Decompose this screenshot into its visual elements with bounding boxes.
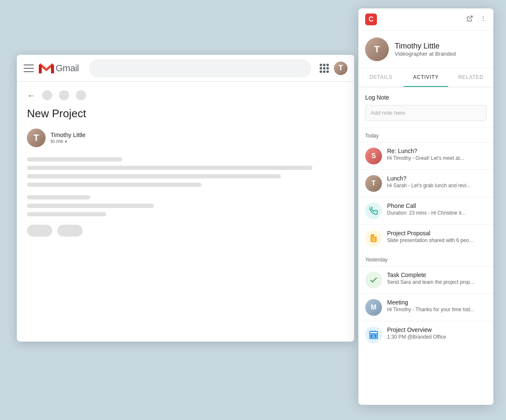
activity-desc-phone: Duration: 23 mins - Hi Christine it... — [387, 210, 466, 216]
action-circle-1 — [42, 90, 52, 100]
svg-rect-0 — [39, 65, 42, 73]
reply-button-skeleton — [27, 225, 52, 237]
forward-button-skeleton — [57, 225, 83, 237]
activity-text-meeting: Meeting Hi Timothy - Thanks for your tim… — [387, 299, 474, 312]
sender-info: Timothy Little to me ▾ — [51, 132, 86, 144]
action-circle-3 — [76, 90, 86, 100]
gmail-toolbar: Gmail T — [17, 55, 354, 82]
svg-point-3 — [483, 16, 484, 17]
activity-item-task-complete[interactable]: Task Complete Send Sara and team the pro… — [358, 266, 493, 293]
sender-to: to me ▾ — [51, 138, 86, 144]
activity-desc-project-overview: 1:30 PM @Branded Office — [387, 334, 446, 340]
activity-item-phone[interactable]: Phone Call Duration: 23 mins - Hi Christ… — [358, 197, 493, 224]
activity-title-lunch: Lunch? — [387, 175, 471, 182]
crm-contact-title: Videographer at Branded — [395, 51, 456, 57]
tab-related[interactable]: RELATED — [448, 68, 493, 87]
activity-desc-lunch: Hi Sarah - Let's grab lunch and revi... — [387, 183, 471, 188]
apps-icon[interactable] — [320, 64, 329, 73]
svg-rect-1 — [51, 65, 54, 73]
activity-desc-project-proposal: Slide presentation shared with 6 people — [387, 237, 476, 243]
activity-icon-phone — [365, 202, 382, 219]
gmail-text-label: Gmail — [56, 63, 79, 74]
sender-name: Timothy Little — [51, 132, 86, 138]
crm-contact-info: Timothy Little Videographer at Branded — [395, 42, 456, 57]
external-link-icon[interactable] — [466, 15, 473, 24]
svg-point-4 — [483, 18, 484, 19]
email-body-skeleton — [27, 157, 344, 187]
activity-text-project-proposal: Project Proposal Slide presentation shar… — [387, 230, 476, 243]
activity-title-phone: Phone Call — [387, 202, 466, 209]
sender-avatar: T — [27, 129, 46, 147]
crm-contact-avatar: T — [365, 38, 389, 61]
gmail-logo: Gmail — [39, 62, 79, 74]
activity-text-phone: Phone Call Duration: 23 mins - Hi Christ… — [387, 202, 466, 216]
activity-item-project-overview[interactable]: 31 Project Overview 1:30 PM @Branded Off… — [358, 321, 493, 348]
crm-logo: C — [365, 13, 377, 25]
sender-row: T Timothy Little to me ▾ — [27, 129, 344, 147]
activity-item-meeting[interactable]: M Meeting Hi Timothy - Thanks for your t… — [358, 293, 493, 321]
activity-text-project-overview: Project Overview 1:30 PM @Branded Office — [387, 326, 446, 340]
tab-activity[interactable]: ACTIVITY — [404, 68, 449, 87]
activity-text-task-complete: Task Complete Send Sara and team the pro… — [387, 272, 474, 285]
crm-tabs: DETAILS ACTIVITY RELATED — [358, 68, 493, 87]
log-note-label: Log Note — [365, 94, 487, 101]
activity-icon-calendar: 31 — [365, 326, 382, 343]
email-content: ← New Project T Timothy Little to me ▾ — [17, 82, 354, 245]
activity-desc-task-complete: Send Sara and team the project prop... — [387, 279, 474, 285]
email-nav: ← — [27, 90, 344, 100]
email-body-skeleton-2 — [27, 195, 344, 216]
activity-text-lunch: Lunch? Hi Sarah - Let's grab lunch and r… — [387, 175, 471, 188]
activity-title-task-complete: Task Complete — [387, 272, 474, 278]
crm-contact-section: T Timothy Little Videographer at Branded — [358, 31, 493, 68]
activity-icon-avatar-2: T — [365, 175, 382, 192]
log-note-section: Log Note Add note here — [358, 87, 493, 128]
activity-list: Today S Re: Lunch? Hi Timothy - Great! L… — [358, 128, 493, 405]
activity-title-meeting: Meeting — [387, 299, 474, 306]
tab-details[interactable]: DETAILS — [358, 68, 404, 87]
toolbar-right: T — [320, 62, 347, 75]
user-avatar-gmail[interactable]: T — [334, 62, 347, 75]
activity-icon-task — [365, 272, 382, 288]
log-note-input[interactable]: Add note here — [365, 105, 487, 121]
more-options-icon[interactable] — [480, 15, 487, 24]
svg-point-5 — [483, 20, 484, 21]
group-label-yesterday: Yesterday — [358, 252, 493, 266]
crm-contact-name: Timothy Little — [395, 42, 456, 51]
activity-title-re-lunch: Re: Lunch? — [387, 148, 464, 154]
crm-panel-header: C — [358, 8, 493, 31]
gmail-window: Gmail T ← New Project T — [17, 55, 354, 342]
activity-desc-re-lunch: Hi Timothy - Great! Let's meet at... — [387, 155, 464, 161]
gmail-search-bar[interactable] — [89, 59, 311, 78]
crm-header-icons — [466, 15, 487, 24]
crm-panel: C T Timot — [358, 8, 493, 405]
menu-icon[interactable] — [24, 65, 34, 72]
activity-icon-avatar-3: M — [365, 299, 382, 316]
group-label-today: Today — [358, 128, 493, 142]
email-subject: New Project — [27, 107, 344, 120]
gmail-m-logo — [39, 62, 54, 74]
activity-text-re-lunch: Re: Lunch? Hi Timothy - Great! Let's mee… — [387, 148, 464, 161]
activity-desc-meeting: Hi Timothy - Thanks for your time tod... — [387, 307, 474, 312]
svg-line-2 — [469, 16, 472, 19]
email-action-buttons — [27, 225, 344, 237]
activity-icon-avatar-1: S — [365, 148, 382, 164]
activity-item-project-proposal[interactable]: Project Proposal Slide presentation shar… — [358, 224, 493, 252]
dropdown-arrow[interactable]: ▾ — [65, 139, 67, 144]
activity-title-project-overview: Project Overview — [387, 326, 446, 333]
action-circle-2 — [59, 90, 69, 100]
activity-icon-doc — [365, 230, 382, 247]
activity-item-lunch[interactable]: T Lunch? Hi Sarah - Let's grab lunch and… — [358, 170, 493, 197]
activity-title-project-proposal: Project Proposal — [387, 230, 476, 237]
activity-item-re-lunch[interactable]: S Re: Lunch? Hi Timothy - Great! Let's m… — [358, 142, 493, 170]
back-button[interactable]: ← — [27, 91, 35, 100]
svg-text:31: 31 — [372, 335, 375, 338]
